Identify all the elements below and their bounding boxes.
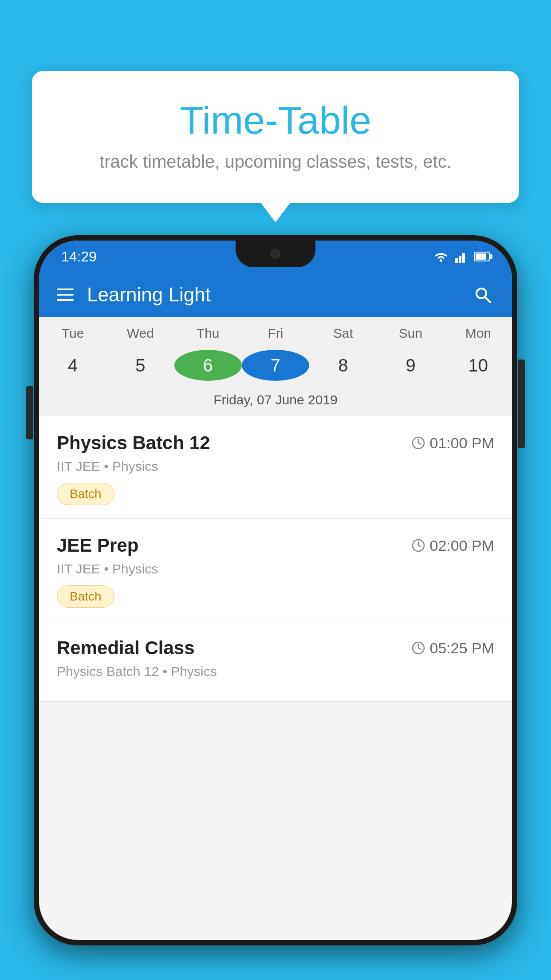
clock-icon-3 [412, 641, 425, 655]
schedule-item-2[interactable]: JEE Prep 02:00 PM IIT JEE • Physics Batc… [39, 519, 512, 621]
day-9[interactable]: 9 [377, 350, 444, 381]
svg-line-5 [485, 297, 490, 302]
day-headers: Tue Wed Thu Fri Sat Sun Mon [39, 317, 512, 345]
schedule-name-2: JEE Prep [57, 535, 138, 556]
day-7-selected[interactable]: 7 [242, 350, 309, 381]
signal-icon [455, 250, 468, 263]
day-header-sun[interactable]: Sun [377, 326, 444, 345]
camera-dot [271, 249, 280, 259]
calendar-section: Tue Wed Thu Fri Sat Sun Mon 4 5 6 7 8 9 … [39, 317, 512, 416]
schedule-time-2: 02:00 PM [412, 537, 494, 554]
hamburger-menu[interactable] [57, 288, 74, 301]
battery-icon [474, 252, 490, 261]
day-8[interactable]: 8 [309, 350, 377, 381]
search-icon [473, 285, 492, 304]
phone-mockup: 14:29 [34, 235, 517, 980]
phone-screen: 14:29 [39, 241, 512, 940]
schedule-item-header-1: Physics Batch 12 01:00 PM [57, 432, 494, 454]
schedule-item-1[interactable]: Physics Batch 12 01:00 PM IIT JEE • Phys… [39, 416, 512, 519]
day-header-mon[interactable]: Mon [445, 326, 512, 345]
schedule-meta-2: IIT JEE • Physics [57, 561, 494, 577]
svg-line-14 [418, 648, 421, 649]
schedule-meta-1: IIT JEE • Physics [57, 459, 494, 474]
svg-rect-1 [455, 258, 458, 263]
notch [236, 241, 315, 267]
day-header-fri[interactable]: Fri [242, 326, 309, 345]
clock-icon-2 [412, 539, 425, 552]
schedule-meta-3: Physics Batch 12 • Physics [57, 664, 494, 679]
svg-rect-2 [459, 256, 461, 263]
schedule-item-header-3: Remedial Class 05:25 PM [57, 637, 494, 659]
day-header-thu[interactable]: Thu [174, 326, 242, 345]
day-header-tue[interactable]: Tue [39, 326, 106, 345]
wifi-icon [433, 250, 449, 263]
tooltip-title: Time-Table [54, 98, 497, 143]
day-header-sat[interactable]: Sat [309, 326, 377, 345]
svg-point-0 [440, 259, 442, 262]
clock-icon-1 [412, 436, 425, 450]
schedule-name-1: Physics Batch 12 [57, 432, 210, 454]
svg-line-8 [418, 443, 421, 444]
selected-date-label: Friday, 07 June 2019 [39, 388, 512, 416]
schedule-time-3: 05:25 PM [412, 640, 494, 657]
status-icons [433, 250, 490, 263]
batch-badge-1: Batch [57, 483, 114, 505]
app-bar: Learning Light [39, 273, 512, 317]
search-button[interactable] [471, 283, 494, 306]
batch-badge-2: Batch [57, 585, 114, 608]
schedule-item-3[interactable]: Remedial Class 05:25 PM Physics Batch 12… [39, 621, 512, 702]
day-4[interactable]: 4 [39, 350, 106, 381]
phone-outer: 14:29 [34, 235, 517, 945]
day-header-wed[interactable]: Wed [106, 326, 174, 345]
app-title: Learning Light [87, 284, 471, 306]
schedule-time-1: 01:00 PM [412, 435, 494, 452]
svg-line-11 [418, 545, 421, 547]
day-numbers: 4 5 6 7 8 9 10 [39, 345, 512, 388]
schedule-list: Physics Batch 12 01:00 PM IIT JEE • Phys… [39, 416, 512, 702]
schedule-name-3: Remedial Class [57, 637, 195, 659]
day-6-today[interactable]: 6 [174, 350, 242, 381]
status-time: 14:29 [61, 249, 97, 265]
tooltip-card: Time-Table track timetable, upcoming cla… [32, 71, 519, 203]
schedule-item-header-2: JEE Prep 02:00 PM [57, 535, 494, 556]
status-bar: 14:29 [39, 241, 512, 273]
day-10[interactable]: 10 [445, 350, 512, 381]
tooltip-subtitle: track timetable, upcoming classes, tests… [54, 152, 497, 172]
svg-rect-3 [462, 253, 465, 263]
day-5[interactable]: 5 [106, 350, 174, 381]
